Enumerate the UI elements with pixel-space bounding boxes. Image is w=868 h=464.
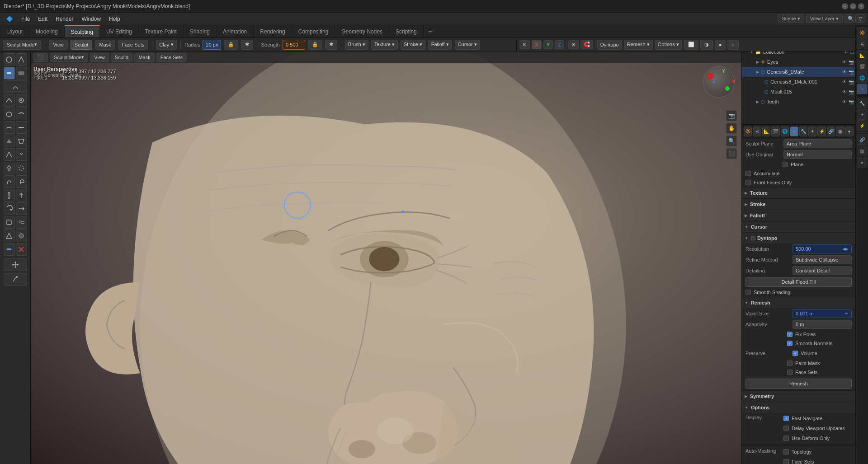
voxel-size-value[interactable]: 0.001 m ✏	[793, 309, 852, 318]
outliner-item-mball[interactable]: ⬡ Mball.015 👁 📷	[742, 87, 856, 97]
proportional-edit-btn[interactable]: ⊙	[568, 40, 579, 49]
fix-poles-checkbox[interactable]	[787, 332, 793, 337]
prop-tab-object[interactable]: ○	[790, 127, 798, 136]
detail-flood-fill-btn[interactable]: Detail Flood Fill	[745, 277, 852, 287]
deform-only-checkbox[interactable]	[783, 436, 789, 441]
pose-tool[interactable]	[4, 189, 15, 202]
fill-tool[interactable]	[4, 135, 15, 147]
boundary-tool[interactable]	[4, 216, 15, 229]
remesh-execute-btn[interactable]: Remesh	[745, 379, 852, 389]
face-sets-menu[interactable]: Face Sets	[118, 40, 149, 50]
mball-eye[interactable]: 👁	[842, 89, 847, 94]
face-sets-preserve-checkbox[interactable]	[787, 370, 793, 375]
g-eye-icon[interactable]: 👁	[842, 70, 847, 75]
viewport-view-menu[interactable]: View	[90, 53, 109, 62]
texture-btn[interactable]: Texture ▾	[371, 40, 398, 50]
render-vis-icon[interactable]: 📷	[849, 60, 854, 65]
prop-tab-physics[interactable]: ⚡	[817, 127, 826, 136]
stroke-section-header[interactable]: ▶ Stroke	[742, 199, 855, 210]
menu-file[interactable]: File	[18, 14, 33, 23]
slide-relax-tool[interactable]	[16, 202, 27, 215]
volume-checkbox-row[interactable]: Volume	[793, 349, 817, 358]
accumulate-checkbox[interactable]	[745, 171, 751, 176]
brush-type-btn[interactable]: Brush ▾	[345, 40, 368, 50]
teeth-render[interactable]: 📷	[849, 99, 854, 104]
mball-render[interactable]: 📷	[849, 89, 854, 94]
maximize-button[interactable]: □	[850, 3, 856, 9]
multires-eraser-tool[interactable]	[16, 243, 27, 256]
filter-icon[interactable]: ▽	[855, 14, 865, 23]
viewport-sculpt-menu[interactable]: Sculpt	[111, 53, 133, 62]
detailing-value[interactable]: Constant Detail	[793, 266, 852, 275]
prop-viewlayer-tab[interactable]: 📐	[857, 50, 868, 61]
radius-lock-btn[interactable]: 🔒	[224, 40, 238, 50]
viewport-mode-btn[interactable]: Sculpt Mode ▾	[50, 53, 88, 62]
prop-tab-particles[interactable]: ✦	[808, 127, 816, 136]
viewport[interactable]: ⬛ Sculpt Mode ▾ View Sculpt Mask Face Se…	[31, 52, 741, 464]
tab-geometry-nodes[interactable]: Geometry Nodes	[335, 25, 389, 37]
menu-help[interactable]: Help	[105, 14, 124, 23]
tab-layout[interactable]: Layout	[0, 25, 29, 37]
eye-vis-icon[interactable]: 👁	[842, 60, 847, 65]
plane-checkbox[interactable]	[783, 162, 788, 167]
viewport-editor-type[interactable]: ⬛	[33, 53, 48, 62]
g001-render[interactable]: 📷	[849, 80, 854, 84]
prop-modifier-tab[interactable]: 🔧	[857, 98, 868, 108]
blob-tool[interactable]	[4, 108, 15, 120]
viewport-face-sets-menu[interactable]: Face Sets	[156, 53, 187, 62]
radius-value[interactable]: 20 px	[203, 40, 221, 50]
x-axis-btn[interactable]: X	[532, 40, 541, 49]
teeth-eye[interactable]: 👁	[842, 99, 847, 104]
navigation-gizmo[interactable]: X Y Z	[701, 66, 737, 102]
g001-eye[interactable]: 👁	[842, 80, 847, 84]
nav-sphere[interactable]: X Y Z	[703, 66, 735, 98]
y-axis-btn[interactable]: Y	[543, 40, 553, 49]
prop-object-tab[interactable]: ○	[857, 84, 868, 94]
snake-hook-tool[interactable]	[4, 175, 15, 188]
smooth-shading-row[interactable]: Smooth Shading	[742, 288, 855, 297]
paint-mask-checkbox[interactable]	[787, 361, 793, 366]
flatten-tool[interactable]	[16, 121, 27, 134]
delay-viewport-row[interactable]: Delay Viewport Updates	[783, 424, 852, 433]
g-render-icon[interactable]: 📷	[849, 70, 854, 75]
multiplane-scrape-tool[interactable]	[4, 148, 15, 161]
hand-btn[interactable]: ✋	[726, 123, 737, 134]
scrape-tool[interactable]	[16, 135, 27, 147]
falloff-btn[interactable]: Falloff ▾	[428, 40, 452, 50]
fast-navigate-checkbox[interactable]	[783, 416, 789, 421]
smooth-normals-row[interactable]: Smooth Normals	[742, 339, 855, 348]
crease-tool[interactable]	[16, 108, 27, 120]
prop-tab-output[interactable]: 🖨	[753, 127, 761, 136]
options-btn[interactable]: Options ▾	[655, 40, 682, 50]
smooth-normals-checkbox[interactable]	[787, 341, 793, 346]
refine-method-value[interactable]: Subdivide Collapse	[793, 255, 852, 264]
draw-face-sets-tool[interactable]	[4, 243, 15, 256]
pinch-tool[interactable]	[16, 148, 27, 161]
prop-constraint-tab[interactable]: 🔗	[857, 134, 868, 145]
dyntopo-section-header[interactable]: ▼ Dyntopo	[742, 233, 855, 244]
tab-scripting[interactable]: Scripting	[389, 25, 424, 37]
delay-viewport-checkbox[interactable]	[783, 426, 789, 431]
nav-x-axis[interactable]: X	[732, 79, 735, 84]
plane-checkbox-row[interactable]: Plane	[742, 160, 855, 169]
mask-menu[interactable]: Mask	[95, 40, 115, 50]
tab-rendering[interactable]: Rendering	[254, 25, 292, 37]
viewport-mask-menu[interactable]: Mask	[134, 53, 154, 62]
draw-tool[interactable]	[4, 53, 15, 66]
strength-lock-btn[interactable]: 🔒	[308, 40, 322, 50]
sculpt-menu[interactable]: Sculpt	[71, 40, 93, 50]
rotate-tool[interactable]	[4, 202, 15, 215]
front-faces-checkbox-row[interactable]: Front Faces Only	[742, 178, 855, 187]
grab-tool[interactable]	[4, 162, 15, 174]
symmetry-section-header[interactable]: ▶ Symmetry	[742, 391, 855, 402]
nudge-tool[interactable]	[16, 189, 27, 202]
prop-render-tab[interactable]: 🔆	[857, 27, 868, 38]
tab-animation[interactable]: Animation	[217, 25, 254, 37]
viewport-shading-solid[interactable]: ◑	[700, 40, 713, 50]
face-sets-masking-checkbox[interactable]	[783, 459, 789, 464]
menu-edit[interactable]: Edit	[34, 14, 51, 23]
paint-mask-row[interactable]: Paint Mask	[742, 359, 855, 368]
tab-uv-editing[interactable]: UV Editing	[100, 25, 139, 37]
clay-strips-tool[interactable]	[16, 67, 27, 80]
cursor-btn[interactable]: Cursor ▾	[455, 40, 480, 50]
